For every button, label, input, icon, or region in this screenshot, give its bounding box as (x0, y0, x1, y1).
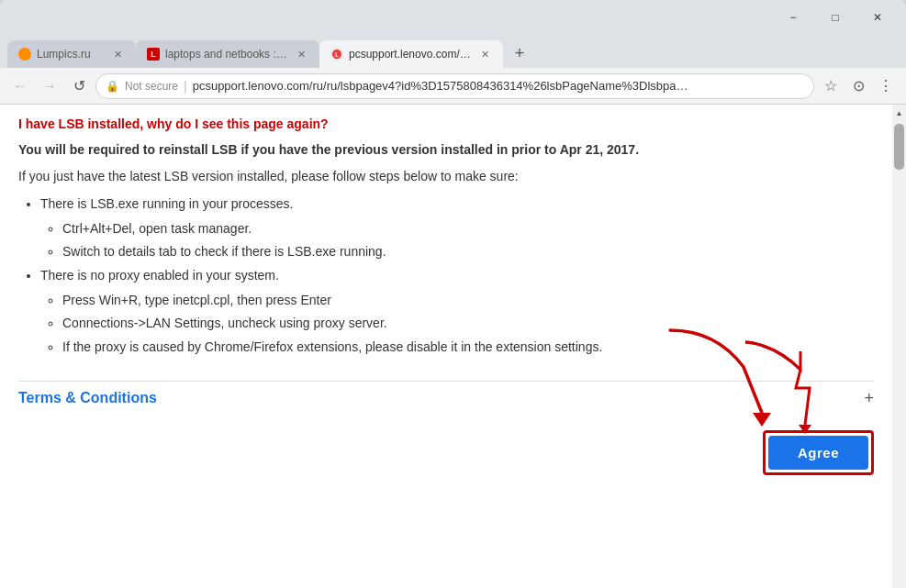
window-controls: − □ ✕ (772, 3, 899, 32)
maximize-button[interactable]: □ (814, 3, 856, 32)
sub-item-1-2: Switch to details tab to check if there … (62, 241, 874, 261)
tab-favicon-pcsupport: L (330, 48, 343, 61)
sub-item-2-1: Press Win+R, type inetcpl.cpl, then pres… (62, 290, 874, 310)
scroll-thumb[interactable] (894, 124, 904, 170)
tab-title-pcsupport: pcsupport.lenovo.com/ru/ru/ls… (349, 48, 472, 61)
tab-close-pcsupport[interactable]: ✕ (477, 47, 492, 61)
tab-pcsupport[interactable]: L pcsupport.lenovo.com/ru/ru/ls… ✕ (319, 40, 503, 68)
tab-favicon-lumpics (18, 48, 31, 61)
url-text: pcsupport.lenovo.com/ru/ru/lsbpagev4?id%… (193, 79, 804, 93)
sub-list-1: Ctrl+Alt+Del, open task manager. Switch … (62, 218, 874, 262)
forward-button[interactable]: → (37, 73, 62, 99)
tab-close-lenovo[interactable]: ✕ (294, 47, 308, 61)
tab-title-lumpics: Lumpics.ru (37, 48, 105, 61)
chrome-window: − □ ✕ Lumpics.ru ✕ L laptops and netbook… (0, 0, 906, 588)
close-button[interactable]: ✕ (856, 3, 899, 32)
question-heading: I have LSB installed, why do I see this … (18, 114, 874, 134)
agree-section: Agree (0, 416, 892, 490)
right-scrollbar[interactable]: ▲ (892, 105, 906, 588)
reload-button[interactable]: ↺ (66, 73, 92, 99)
terms-title[interactable]: Terms & Conditions (18, 390, 157, 406)
red-arrow-annotation (727, 333, 846, 434)
not-secure-label: Not secure (125, 80, 178, 93)
bookmark-button[interactable]: ☆ (818, 73, 844, 99)
scroll-up-arrow[interactable]: ▲ (892, 106, 906, 120)
terms-expand-icon[interactable]: + (864, 389, 874, 408)
tab-close-lumpics[interactable]: ✕ (110, 47, 125, 61)
title-bar: − □ ✕ (0, 0, 906, 35)
list-item-1: There is LSB.exe running in your process… (40, 194, 874, 261)
sub-item-1-1: Ctrl+Alt+Del, open task manager. (62, 218, 874, 239)
tab-title-lenovo: laptops and netbooks :: 300 se… (165, 48, 288, 61)
svg-text:L: L (335, 51, 339, 58)
normal-paragraph: If you just have the latest LSB version … (18, 166, 874, 186)
menu-button[interactable]: ⋮ (873, 73, 899, 99)
svg-marker-2 (799, 425, 811, 434)
page-content: I have LSB installed, why do I see this … (0, 105, 906, 588)
tabs-bar: Lumpics.ru ✕ L laptops and netbooks :: 3… (0, 35, 906, 68)
tab-lenovo[interactable]: L laptops and netbooks :: 300 se… ✕ (136, 40, 319, 68)
bold-paragraph: You will be required to reinstall LSB if… (18, 139, 874, 160)
sub-item-2-2: Connections->LAN Settings, uncheck using… (62, 313, 874, 333)
account-button[interactable]: ⊙ (845, 73, 871, 99)
scrollable-area[interactable]: I have LSB installed, why do I see this … (0, 105, 892, 588)
list-item-1-text: There is LSB.exe running in your process… (40, 196, 293, 211)
agree-button-wrapper: Agree (763, 430, 874, 475)
list-item-2-text: There is no proxy enabled in your system… (40, 268, 279, 283)
address-actions: ☆ ⊙ ⋮ (818, 73, 899, 99)
back-button[interactable]: ← (7, 73, 33, 99)
address-bar-row: ← → ↺ 🔒 Not secure | pcsupport.lenovo.co… (0, 68, 906, 105)
agree-button[interactable]: Agree (768, 436, 868, 470)
address-field[interactable]: 🔒 Not secure | pcsupport.lenovo.com/ru/r… (95, 73, 814, 99)
add-tab-button[interactable]: + (507, 40, 532, 66)
tab-lumpics[interactable]: Lumpics.ru ✕ (7, 40, 136, 68)
minimize-button[interactable]: − (772, 3, 814, 32)
address-separator: | (184, 79, 187, 94)
security-icon: 🔒 (106, 80, 119, 93)
